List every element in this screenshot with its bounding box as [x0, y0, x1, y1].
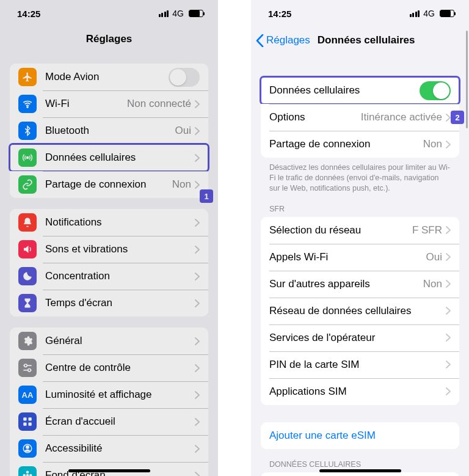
row-label: Partage de connexion: [269, 138, 423, 150]
row-label: Sélection du réseau: [269, 224, 412, 236]
row-carrier-services[interactable]: Services de l'opérateur: [261, 324, 459, 351]
row-label: Wi-Fi: [45, 98, 127, 110]
svg-rect-10: [23, 423, 26, 426]
row-label: Options: [269, 111, 361, 123]
row-label: Données cellulaires: [269, 84, 420, 97]
battery-icon: [189, 10, 203, 17]
home-indicator[interactable]: [319, 469, 401, 472]
row-accessibility[interactable]: Accessibilité: [10, 435, 208, 462]
gear-icon: [18, 332, 37, 350]
chevron-right-icon: [446, 226, 451, 234]
chevron-right-icon: [446, 114, 451, 122]
hourglass-icon: [18, 294, 37, 312]
phone-settings: 14:25 4G Réglages Mode AvionWi-FiNon con…: [0, 0, 218, 476]
row-current-period[interactable]: Période en cours167 Go: [261, 472, 459, 476]
chevron-right-icon: [195, 273, 200, 280]
row-sim-pin[interactable]: PIN de la carte SIM: [261, 351, 459, 378]
nav-bar: Réglages Données cellulaires: [251, 27, 469, 54]
page-title: Réglages: [0, 27, 218, 53]
row-value: Non: [423, 138, 442, 150]
chevron-right-icon: [195, 127, 200, 135]
row-screentime[interactable]: Temps d'écran: [10, 290, 208, 317]
back-button[interactable]: Réglages: [256, 34, 310, 47]
row-value: Oui: [175, 125, 191, 137]
row-value: Non: [172, 178, 191, 191]
svg-point-1: [27, 157, 29, 159]
back-label: Réglages: [266, 34, 310, 46]
wifi-icon: [18, 95, 37, 113]
signal-icon: [159, 10, 169, 17]
row-label: Général: [45, 335, 195, 347]
scrollbar[interactable]: [466, 31, 468, 128]
toggle[interactable]: [420, 81, 451, 100]
row-value: Non connecté: [127, 98, 191, 110]
bluetooth-icon: [18, 122, 37, 140]
svg-point-13: [26, 446, 29, 449]
row-label: Centre de contrôle: [45, 362, 195, 374]
row-airplane[interactable]: Mode Avion: [10, 64, 208, 90]
svg-rect-11: [29, 423, 32, 426]
step-badge: 1: [200, 189, 213, 203]
row-label: Écran d'accueil: [45, 416, 195, 428]
row-home-screen[interactable]: Écran d'accueil: [10, 408, 208, 435]
chevron-right-icon: [446, 253, 451, 261]
group-footer: Désactivez les données cellulaires pour …: [251, 158, 469, 194]
signal-icon: [410, 10, 420, 17]
row-add-esim[interactable]: Ajouter une carte eSIM: [261, 422, 459, 449]
row-label: Notifications: [45, 216, 195, 229]
row-general[interactable]: Général: [10, 328, 208, 354]
row-sim-apps[interactable]: Applications SIM: [261, 378, 459, 405]
status-bar: 14:25 4G: [251, 0, 469, 27]
row-hotspot[interactable]: Partage de connexionNon: [261, 131, 459, 158]
row-options[interactable]: OptionsItinérance activée2: [261, 104, 459, 131]
home-indicator[interactable]: [68, 469, 150, 472]
row-wifi[interactable]: Wi-FiNon connecté: [10, 90, 208, 117]
grid-icon: [18, 412, 37, 431]
bell-icon: [18, 213, 37, 232]
chevron-right-icon: [195, 181, 200, 189]
row-value: F SFR: [412, 224, 442, 236]
chevron-left-icon: [256, 34, 264, 47]
row-value: Oui: [426, 251, 442, 263]
row-cellular-network[interactable]: Réseau de données cellulaires: [261, 298, 459, 324]
row-label: Temps d'écran: [45, 297, 195, 309]
chevron-right-icon: [195, 154, 200, 162]
row-label: Concentration: [45, 270, 195, 282]
chevron-right-icon: [195, 337, 200, 345]
row-sounds[interactable]: Sons et vibrations: [10, 236, 208, 263]
svg-rect-9: [29, 417, 32, 420]
row-notifications[interactable]: Notifications: [10, 209, 208, 236]
toggle[interactable]: [169, 68, 200, 87]
row-cellular-data[interactable]: Données cellulaires: [261, 77, 459, 104]
row-label: Réseau de données cellulaires: [269, 305, 446, 317]
chevron-right-icon: [195, 299, 200, 307]
row-wifi-calling[interactable]: Appels Wi-FiOui: [261, 244, 459, 271]
battery-icon: [440, 10, 454, 17]
row-value: Non: [423, 278, 442, 290]
chevron-right-icon: [195, 100, 200, 108]
row-hotspot[interactable]: Partage de connexionNon1: [10, 171, 208, 198]
antenna-icon: [18, 148, 37, 167]
row-label: Services de l'opérateur: [269, 332, 446, 344]
status-time: 14:25: [268, 9, 291, 19]
svg-point-2: [24, 364, 27, 367]
row-network-selection[interactable]: Sélection du réseauF SFR: [261, 217, 459, 244]
svg-point-0: [27, 106, 28, 108]
link-icon: [18, 175, 37, 194]
network-type: 4G: [172, 9, 184, 18]
group-header-usage: DONNÉES CELLULAIRES: [251, 449, 469, 469]
row-label: Luminosité et affichage: [45, 389, 195, 401]
svg-point-5: [28, 369, 31, 372]
row-bluetooth[interactable]: BluetoothOui: [10, 117, 208, 144]
chevron-right-icon: [195, 445, 200, 453]
chevron-right-icon: [446, 387, 451, 395]
row-other-devices[interactable]: Sur d'autres appareilsNon: [261, 271, 459, 298]
chevron-right-icon: [446, 141, 451, 148]
row-display[interactable]: AALuminosité et affichage: [10, 381, 208, 408]
row-cellular[interactable]: Données cellulaires: [10, 144, 208, 171]
row-label: Sur d'autres appareils: [269, 278, 423, 290]
row-control-center[interactable]: Centre de contrôle: [10, 354, 208, 381]
chevron-right-icon: [446, 280, 451, 288]
chevron-right-icon: [195, 364, 200, 372]
row-focus[interactable]: Concentration: [10, 263, 208, 290]
